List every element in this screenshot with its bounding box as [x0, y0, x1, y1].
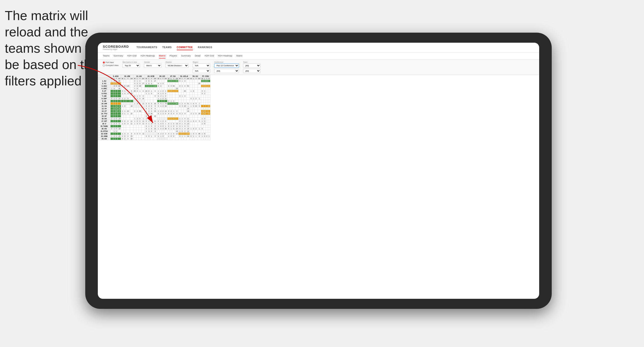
- nav-tournaments[interactable]: TOURNAMENTS: [136, 45, 157, 50]
- row-5-ut: 5. UT 0140 35010 22010 1102 2010 40 10 0…: [98, 90, 210, 92]
- col-header-uu: 54. UU: [190, 75, 201, 78]
- col-header-asu: 3. ASU: [111, 75, 121, 78]
- region-label: Region: [193, 61, 210, 63]
- row-16-uo: 16. UO 210-14 1201 110 2101 11011 10: [98, 118, 210, 120]
- row-3-asu: 3. ASU 4080 50120 2048 020160 60 0083 02…: [98, 85, 210, 87]
- row-label-tamu: 19. TAMU: [98, 125, 111, 128]
- region-select-2[interactable]: N/A: [193, 69, 210, 73]
- row-label-ut13: 13. UT: [98, 110, 111, 112]
- full-view-dot: [103, 62, 105, 64]
- sh-uu-t: T: [195, 78, 198, 80]
- tablet-screen: SCOREBOARD Powered by clippd TOURNAMENTS…: [98, 43, 539, 299]
- row-1-au: 1. AU 12023 010 20027 00050 010 010: [98, 80, 210, 82]
- conference-select-1[interactable]: Pac-12 Conference (All): [214, 64, 239, 68]
- sh-uw-l: L: [124, 78, 126, 80]
- sh-asu-l: L: [113, 78, 115, 80]
- sh-ucla-l: L: [181, 78, 184, 80]
- sh-uo-l: L: [160, 78, 162, 80]
- row-label-etsu: 21. ETSU: [98, 130, 111, 133]
- subnav-summary1[interactable]: Summary: [114, 53, 123, 59]
- sh-uw-dif: Dif: [130, 78, 133, 80]
- row-label-au: 1. AU: [98, 80, 111, 82]
- subnav-summary2[interactable]: Summary: [181, 53, 191, 59]
- row-11-ua: 11. UA 10 1018 3409 34040 03201 13220 0: [98, 105, 210, 107]
- row-12-uv: 12. UV 1018 0100 15: [98, 107, 210, 110]
- subnav-h2h-heatmap2[interactable]: H2H Heatmap: [218, 53, 232, 59]
- team-label: Team: [243, 61, 261, 63]
- compact-view-radio[interactable]: Compact View: [103, 64, 118, 67]
- row-label-uaf: 8. UAF: [98, 97, 111, 100]
- powered-by: Powered by clippd: [103, 48, 129, 50]
- nav-teams[interactable]: TEAMS: [162, 45, 172, 50]
- sh-ucla-t: T: [183, 78, 186, 80]
- row-label-uf: 15. UF: [98, 115, 111, 118]
- subnav-h2h-heatmap1[interactable]: H2H Heatmap: [141, 53, 155, 59]
- full-view-label: Full View: [106, 61, 114, 64]
- nav-committee[interactable]: COMMITTEE: [177, 45, 193, 50]
- matrix-scroll-area[interactable]: 3. ASU 10. UW 11. UA 22. UCB 24. UO 27. …: [98, 75, 539, 299]
- team-select-1[interactable]: (All): [243, 64, 261, 68]
- nav-rankings[interactable]: RANKINGS: [198, 45, 212, 50]
- subnav-h2h-grid1[interactable]: H2H Grid: [127, 53, 137, 59]
- row-4-unc: 4. UNC 1036 10 29: [98, 87, 210, 90]
- team-select-2[interactable]: (All): [243, 69, 261, 73]
- logo-area: SCOREBOARD Powered by clippd: [103, 45, 129, 50]
- conference-select-2[interactable]: (All): [214, 69, 239, 73]
- conference-filter: Conference Pac-12 Conference (All) (All): [214, 61, 239, 73]
- row-label-ua11: 11. UA: [98, 105, 111, 107]
- sh-su-l: L: [170, 78, 172, 80]
- sh-su-w: W: [167, 78, 170, 80]
- row-17-git: 17. GIT 10011 10011 01011 0100 01013 100…: [98, 120, 210, 123]
- gender-filter: Gender Men's Women's: [144, 61, 162, 68]
- subnav-detail[interactable]: Detail: [195, 53, 201, 59]
- row-24-uo: 24. UO 02029: [98, 138, 210, 140]
- sh-osu-t: T: [206, 78, 208, 80]
- sh-uw-w: W: [121, 78, 124, 80]
- sh-osu-l: L: [204, 78, 206, 80]
- row-7-um: 7. UM 0100 0 0210 010: [98, 95, 210, 97]
- tablet-frame: SCOREBOARD Powered by clippd TOURNAMENTS…: [85, 33, 552, 309]
- row-label-uw10: 10. UW: [98, 102, 111, 105]
- col-header-ucla: 31. UCLA: [179, 75, 190, 78]
- subnav-h2h-grid2[interactable]: H2H Grid: [205, 53, 214, 59]
- subnav-players[interactable]: Players: [170, 53, 177, 59]
- row-13-ut: 13. UT 22 1122 0236 12026 22012 0210 18 …: [98, 110, 210, 112]
- app-logo: SCOREBOARD: [103, 45, 129, 48]
- region-select-1[interactable]: N/A East West: [193, 64, 210, 68]
- sh-uo-t: T: [162, 78, 164, 80]
- row-label-ua9: 9. UA: [98, 100, 111, 102]
- max-teams-filter: Max teams in view Top 25 Top 10 All: [122, 61, 140, 68]
- subnav-matrix1[interactable]: Matrix: [159, 53, 166, 59]
- sh-ucb-t: T: [150, 78, 153, 80]
- sh-uu-w: W: [190, 78, 192, 80]
- col-header-uw: 10. UW: [121, 75, 133, 78]
- subnav-teams[interactable]: Teams: [103, 53, 110, 59]
- sh-su-t: T: [172, 78, 175, 80]
- row-label-ttu: 14. TTU: [98, 112, 111, 115]
- app-header: SCOREBOARD Powered by clippd TOURNAMENTS…: [98, 43, 539, 52]
- max-teams-select[interactable]: Top 25 Top 10 All: [122, 64, 140, 68]
- row-label-fsu: 6. FSU: [98, 92, 111, 95]
- filter-bar: Full View Compact View Max teams in view…: [98, 60, 539, 75]
- row-8-uaf: 8. UAF 01014 120 01515 11011 0101: [98, 97, 210, 100]
- sh-ua-w: W: [133, 78, 136, 80]
- matrix-table: 3. ASU 10. UW 11. UA 22. UCB 24. UO 27. …: [98, 75, 210, 140]
- gender-select[interactable]: Men's Women's: [144, 64, 162, 68]
- col-empty: [98, 75, 111, 78]
- row-label-u18: 18. U: [98, 123, 111, 125]
- division-label: Division: [166, 61, 189, 63]
- sh-ua-dif: Dif: [141, 78, 145, 80]
- division-select[interactable]: NCAA Division I NCAA Division II NCAA Di…: [166, 64, 189, 68]
- col-header-ua: 11. UA: [133, 75, 145, 78]
- row-23-unm: 23. UNM 200-21 20025 0010 010 100 01118 …: [98, 135, 210, 138]
- row-14-ttu: 14. TTU 21122 0238 0120 8340 029 21029 1…: [98, 112, 210, 115]
- sh-uw-t: T: [126, 78, 130, 80]
- row-label-vu: 2. VU: [98, 82, 111, 85]
- full-view-radio[interactable]: Full View: [103, 61, 118, 64]
- row-10-uw: 10. UW 13011 30032 04173 21066 12051 145…: [98, 102, 210, 105]
- row-18-u: 18. U 20011 10011 10011 0100 1001 01013 …: [98, 123, 210, 125]
- subh-empty: [98, 78, 111, 80]
- compact-view-label: Compact View: [106, 64, 118, 67]
- subnav-matrix2[interactable]: Matrix: [236, 53, 243, 59]
- region-filter: Region N/A East West N/A: [193, 61, 210, 73]
